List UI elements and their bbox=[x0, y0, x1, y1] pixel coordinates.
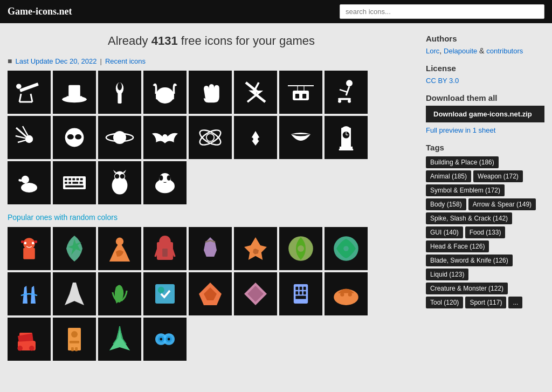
icon-cell[interactable] bbox=[143, 116, 187, 159]
colored-icon-cell[interactable] bbox=[234, 272, 277, 315]
colored-icon-cell[interactable] bbox=[189, 272, 232, 315]
svg-rect-65 bbox=[65, 185, 84, 188]
svg-rect-90 bbox=[155, 284, 175, 304]
icon-cell[interactable] bbox=[189, 116, 232, 159]
svg-rect-56 bbox=[65, 178, 67, 181]
svg-point-68 bbox=[114, 174, 120, 179]
svg-point-91 bbox=[158, 287, 164, 293]
colored-icon-cell[interactable] bbox=[279, 227, 322, 270]
icon-cell[interactable] bbox=[143, 71, 187, 114]
colored-icon-cell[interactable] bbox=[143, 318, 187, 361]
tag-button[interactable]: ... bbox=[508, 297, 522, 308]
svg-point-45 bbox=[253, 141, 257, 144]
tag-button[interactable]: Weapon (172) bbox=[473, 170, 523, 182]
icon-cell[interactable] bbox=[279, 71, 322, 114]
tag-button[interactable]: GUI (140) bbox=[426, 226, 463, 238]
svg-line-2 bbox=[31, 94, 32, 102]
icon-cell[interactable] bbox=[325, 71, 368, 114]
download-title: Download them all bbox=[426, 93, 544, 102]
icon-cell[interactable] bbox=[8, 161, 51, 204]
svg-point-39 bbox=[162, 134, 168, 140]
tag-button[interactable]: Animal (185) bbox=[426, 170, 471, 182]
svg-rect-97 bbox=[300, 291, 302, 294]
site-logo[interactable]: Game-icons.net bbox=[8, 6, 72, 17]
icon-cell[interactable] bbox=[234, 71, 277, 114]
svg-point-54 bbox=[22, 176, 29, 183]
svg-rect-61 bbox=[65, 182, 67, 184]
svg-point-72 bbox=[159, 175, 163, 181]
tag-button[interactable]: Food (133) bbox=[465, 226, 506, 238]
icon-cell[interactable] bbox=[8, 116, 51, 159]
icon-cell[interactable] bbox=[53, 71, 96, 114]
svg-rect-19 bbox=[295, 94, 299, 98]
colored-icon-cell[interactable] bbox=[279, 272, 322, 315]
svg-rect-83 bbox=[162, 249, 168, 257]
icon-cell[interactable] bbox=[143, 161, 187, 204]
tag-button[interactable]: Spike, Slash & Crack (142) bbox=[426, 212, 512, 224]
svg-point-116 bbox=[160, 338, 162, 341]
tag-button[interactable]: Arrow & Spear (149) bbox=[468, 198, 536, 210]
tag-button[interactable]: Tool (120) bbox=[426, 297, 463, 308]
icon-cell[interactable] bbox=[8, 71, 51, 114]
svg-rect-111 bbox=[75, 347, 78, 351]
author-contributors-link[interactable]: contributors bbox=[486, 47, 523, 55]
tag-button[interactable]: Liquid (123) bbox=[426, 269, 468, 280]
icon-cell[interactable] bbox=[279, 116, 322, 159]
icon-cell[interactable] bbox=[234, 116, 277, 159]
colored-icon-cell[interactable] bbox=[234, 227, 277, 270]
svg-rect-52 bbox=[343, 128, 349, 130]
last-update-link[interactable]: Last Update Dec 20, 2022 bbox=[15, 57, 96, 65]
colored-icon-cell[interactable] bbox=[143, 272, 187, 315]
colored-icons-grid bbox=[8, 227, 415, 361]
colored-icon-cell[interactable] bbox=[53, 272, 96, 315]
tag-button[interactable]: Head & Face (126) bbox=[426, 240, 489, 252]
tag-button[interactable]: Sport (117) bbox=[465, 297, 506, 308]
tag-button[interactable]: Blade, Sword & Knife (126) bbox=[426, 255, 513, 266]
author-delapouite-link[interactable]: Delapouite bbox=[444, 47, 477, 55]
colored-icon-cell[interactable] bbox=[189, 227, 232, 270]
icon-cell[interactable] bbox=[98, 161, 141, 204]
colored-icon-cell[interactable] bbox=[8, 272, 51, 315]
authors-title: Authors bbox=[426, 34, 544, 43]
svg-point-87 bbox=[298, 245, 304, 252]
svg-line-31 bbox=[18, 140, 26, 142]
svg-point-105 bbox=[29, 346, 34, 351]
tag-button[interactable]: Symbol & Emblem (172) bbox=[426, 184, 505, 196]
author-lorc-link[interactable]: Lorc bbox=[426, 47, 439, 55]
icon-cell[interactable] bbox=[98, 71, 141, 114]
svg-point-117 bbox=[168, 338, 170, 341]
colored-icon-cell[interactable] bbox=[98, 318, 141, 361]
tag-button[interactable]: Building & Place (186) bbox=[426, 156, 499, 168]
colored-icon-cell[interactable] bbox=[325, 227, 368, 270]
icon-cell[interactable] bbox=[53, 116, 96, 159]
svg-rect-15 bbox=[293, 91, 309, 100]
license-link[interactable]: CC BY 3.0 bbox=[426, 77, 459, 85]
svg-point-109 bbox=[71, 331, 78, 338]
colored-icon-cell[interactable] bbox=[98, 227, 141, 270]
svg-rect-79 bbox=[34, 240, 37, 243]
colored-icon-cell[interactable] bbox=[143, 227, 187, 270]
search-input[interactable] bbox=[340, 4, 544, 19]
colored-icon-cell[interactable] bbox=[8, 227, 51, 270]
colored-icon-cell[interactable] bbox=[325, 272, 368, 315]
recent-icons-link[interactable]: Recent icons bbox=[105, 57, 146, 65]
download-button[interactable]: Download game-icons.net.zip bbox=[426, 106, 544, 122]
update-bar: ■ Last Update Dec 20, 2022 | Recent icon… bbox=[8, 57, 415, 65]
icon-cell[interactable] bbox=[53, 161, 96, 204]
colored-icon-cell[interactable] bbox=[53, 227, 96, 270]
tag-button[interactable]: Body (158) bbox=[426, 198, 466, 210]
recent-icons-grid bbox=[8, 71, 415, 204]
svg-line-1 bbox=[19, 94, 21, 102]
svg-point-104 bbox=[17, 346, 23, 351]
download-section: Download them all Download game-icons.ne… bbox=[426, 93, 544, 134]
svg-rect-108 bbox=[70, 341, 79, 343]
icon-cell[interactable] bbox=[189, 71, 232, 114]
colored-icon-cell[interactable] bbox=[8, 318, 51, 361]
colored-icon-cell[interactable] bbox=[53, 318, 96, 361]
svg-rect-96 bbox=[295, 291, 298, 294]
colored-icon-cell[interactable] bbox=[98, 272, 141, 315]
icon-cell[interactable] bbox=[98, 116, 141, 159]
preview-link[interactable]: Full preview in 1 sheet bbox=[426, 126, 495, 134]
tag-button[interactable]: Creature & Monster (122) bbox=[426, 283, 508, 294]
icon-cell[interactable] bbox=[325, 116, 368, 159]
